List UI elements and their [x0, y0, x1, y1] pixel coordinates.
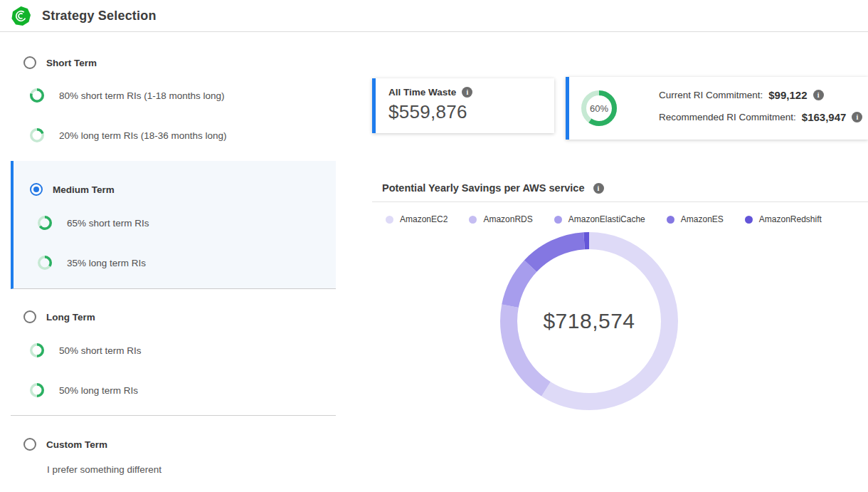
strategy-section-custom-term: Custom Term I prefer something different [11, 438, 336, 492]
custom-term-radio-row[interactable]: Custom Term [23, 438, 107, 451]
ring-65pct-icon [38, 216, 52, 230]
legend-dot-icon [469, 216, 477, 224]
recommended-ri-commitment-label: Recommended RI Commitment: [659, 112, 796, 122]
current-ri-commitment-row: Current RI Commitment: $99,122 i [659, 86, 862, 103]
short-term-option-2-label: 20% long term RIs (18-36 months long) [59, 130, 227, 141]
brand-logo-icon [11, 6, 31, 26]
all-time-waste-title: All Time Waste [388, 87, 456, 98]
page-header: Strategy Selection [0, 0, 868, 32]
gauge-percent-label: 60% [581, 90, 617, 126]
info-icon[interactable]: i [593, 183, 604, 194]
custom-term-label: Custom Term [46, 439, 107, 450]
strategy-section-medium-term: Medium Term 65% short term RIs 35% long … [11, 161, 336, 289]
info-icon[interactable]: i [462, 87, 472, 98]
legend-label: AmazonEC2 [400, 214, 448, 224]
medium-term-option-1-label: 65% short term RIs [67, 218, 149, 229]
ring-80pct-icon [30, 88, 44, 103]
donut-total-value: $718,574 [500, 232, 678, 410]
custom-term-description: I prefer something different [47, 464, 162, 475]
short-term-label: Short Term [46, 58, 97, 68]
savings-donut-chart: $718,574 [500, 232, 678, 410]
all-time-waste-value: $559,876 [388, 101, 554, 123]
strategy-section-short-term: Short Term 80% short term RIs (1-18 mont… [11, 50, 336, 157]
chart-divider [372, 201, 868, 202]
short-term-option-1: 80% short term RIs (1-18 months long) [30, 88, 225, 103]
medium-term-label: Medium Term [53, 184, 115, 195]
current-ri-commitment-label: Current RI Commitment: [659, 90, 763, 100]
legend-item-amazonredshift[interactable]: AmazonRedshift [745, 214, 822, 224]
short-term-radio-button[interactable] [23, 56, 36, 69]
legend-label: AmazonRDS [483, 214, 532, 224]
legend-item-amazonrds[interactable]: AmazonRDS [469, 214, 532, 224]
long-term-option-2: 50% long term RIs [30, 383, 138, 397]
legend-label: AmazonElastiCache [568, 214, 645, 224]
page-title: Strategy Selection [42, 9, 157, 23]
long-term-option-1-label: 50% short term RIs [59, 345, 142, 356]
legend-item-amazonec2[interactable]: AmazonEC2 [386, 214, 448, 224]
long-term-label: Long Term [46, 312, 95, 323]
legend-label: AmazonES [681, 214, 724, 224]
medium-term-option-2-label: 35% long term RIs [67, 258, 146, 268]
short-term-option-2: 20% long term RIs (18-36 months long) [30, 128, 227, 142]
info-icon[interactable]: i [813, 90, 824, 100]
legend-dot-icon [745, 216, 753, 224]
savings-chart-title: Potential Yearly Savings per AWS service [382, 182, 585, 194]
strategy-selection-page: Strategy Selection Short Term 80% short … [0, 0, 868, 492]
commitment-gauge: 60% [581, 90, 617, 126]
medium-term-option-1: 65% short term RIs [38, 216, 149, 230]
legend-dot-icon [386, 216, 393, 224]
medium-term-radio-row[interactable]: Medium Term [30, 183, 115, 196]
savings-chart-header: Potential Yearly Savings per AWS service… [382, 182, 604, 194]
medium-term-radio-button[interactable] [30, 183, 43, 196]
ring-50pct-icon [30, 343, 44, 357]
ri-commitment-card: 60% Current RI Commitment: $99,122 i Rec… [566, 77, 868, 140]
short-term-option-1-label: 80% short term RIs (1-18 months long) [59, 90, 225, 101]
strategy-section-long-term: Long Term 50% short term RIs 50% long te… [11, 310, 336, 416]
legend-label: AmazonRedshift [759, 214, 822, 224]
legend-item-amazones[interactable]: AmazonES [667, 214, 724, 224]
long-term-radio-button[interactable] [23, 310, 36, 323]
long-term-option-2-label: 50% long term RIs [59, 385, 138, 396]
medium-term-option-2: 35% long term RIs [38, 256, 146, 270]
recommended-ri-commitment-row: Recommended RI Commitment: $163,947 i [659, 108, 862, 125]
short-term-radio-row[interactable]: Short Term [23, 56, 97, 69]
legend-dot-icon [554, 216, 562, 224]
all-time-waste-card: All Time Waste i $559,876 [372, 78, 554, 133]
current-ri-commitment-value: $99,122 [768, 89, 807, 101]
ring-50pct-icon [30, 383, 44, 397]
section-divider [11, 415, 336, 416]
info-icon[interactable]: i [852, 112, 862, 122]
custom-term-radio-button[interactable] [23, 438, 36, 451]
legend-dot-icon [667, 216, 674, 224]
chart-legend: AmazonEC2 AmazonRDS AmazonElastiCache Am… [386, 214, 822, 224]
legend-item-amazonelasticache[interactable]: AmazonElastiCache [554, 214, 645, 224]
recommended-ri-commitment-value: $163,947 [802, 111, 847, 123]
ring-35pct-icon [38, 256, 52, 270]
long-term-radio-row[interactable]: Long Term [23, 310, 95, 323]
ring-20pct-icon [30, 128, 44, 142]
long-term-option-1: 50% short term RIs [30, 343, 142, 357]
